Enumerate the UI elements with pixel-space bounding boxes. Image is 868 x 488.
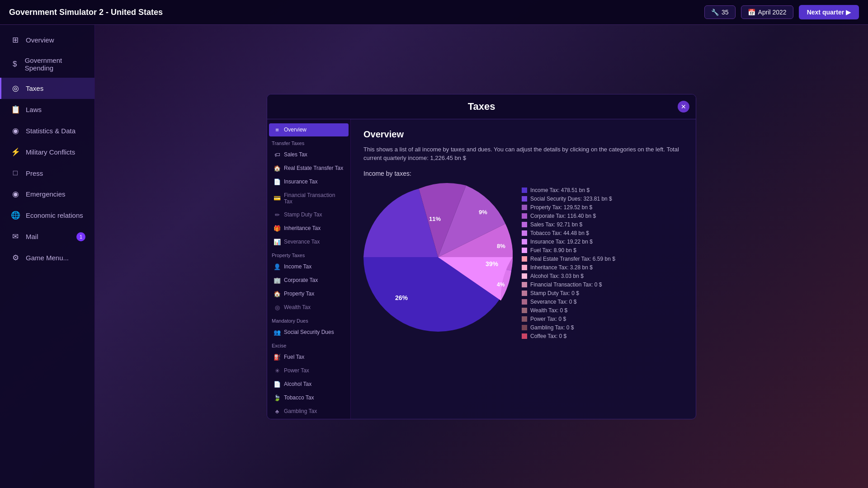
legend-real-estate-tax: Real Estate Transfer Tax: 6.59 bn $ xyxy=(522,256,615,262)
real-estate-transfer-tax-item[interactable]: 🏠 Real Estate Transfer Tax xyxy=(269,162,349,175)
sidebar-item-press[interactable]: □ Press xyxy=(0,163,94,183)
overview-tab[interactable]: ≡ Overview xyxy=(269,123,349,136)
sidebar-label-military: Military Conflicts xyxy=(26,148,75,156)
legend-wealth-tax: Wealth Tax: 0 $ xyxy=(522,307,615,314)
stamp-duty-icon: ✏ xyxy=(274,211,281,218)
legend-label-tobacco: Tobacco Tax: 44.48 bn $ xyxy=(530,230,589,236)
overview-icon: ⊞ xyxy=(10,35,20,45)
sidebar-item-overview[interactable]: ⊞ Overview xyxy=(0,29,94,51)
fuel-tax-item[interactable]: ⛽ Fuel Tax xyxy=(269,351,349,364)
topbar-right: 🔧 35 📅 April 2022 Next quarter ▶ xyxy=(704,5,859,19)
legend-gambling-tax: Gambling Tax: 0 $ xyxy=(522,324,615,331)
sidebar-item-game-menu[interactable]: ⚙ Game Menu... xyxy=(0,247,94,268)
legend-dot-financial xyxy=(522,282,527,287)
game-menu-icon: ⚙ xyxy=(10,253,20,263)
corporate-tax-item[interactable]: 🏢 Corporate Tax xyxy=(269,274,349,287)
power-tax-item[interactable]: ✳ Power Tax xyxy=(269,364,349,377)
fuel-tax-icon: ⛽ xyxy=(274,354,281,361)
financial-transaction-tax-item[interactable]: 💳 Financial Transaction Tax xyxy=(269,189,349,208)
pie-label-9: 9% xyxy=(479,209,487,216)
sidebar-label-spending: Government Spending xyxy=(25,56,85,72)
legend-dot-tobacco xyxy=(522,230,527,236)
legend-dot-alcohol xyxy=(522,273,527,279)
legend-dot-gambling xyxy=(522,325,527,330)
legend-label-income: Income Tax: 478.51 bn $ xyxy=(530,187,590,193)
spending-icon: $ xyxy=(10,60,19,69)
legend-corporate-tax: Corporate Tax: 116.40 bn $ xyxy=(522,213,615,219)
legend-label-property: Property Tax: 129.52 bn $ xyxy=(530,204,592,211)
issues-count: 35 xyxy=(722,9,729,16)
pie-label-11: 11% xyxy=(429,216,441,222)
severance-tax-item[interactable]: 📊 Severance Tax xyxy=(269,235,349,249)
income-by-taxes-label: Income by taxes: xyxy=(363,170,683,177)
social-security-item[interactable]: 👥 Social Security Dues xyxy=(269,326,349,339)
real-estate-icon: 🏠 xyxy=(274,165,281,172)
modal-title: Taxes xyxy=(468,101,495,112)
sidebar-label-emergencies: Emergencies xyxy=(26,190,66,198)
severance-icon: 📊 xyxy=(274,239,281,245)
sidebar: ⊞ Overview $ Government Spending ◎ Taxes… xyxy=(0,25,95,488)
sidebar-item-economic[interactable]: 🌐 Economic relations xyxy=(0,205,94,226)
wealth-tax-item[interactable]: ◎ Wealth Tax xyxy=(269,301,349,314)
economic-icon: 🌐 xyxy=(10,211,20,220)
legend-property-tax: Property Tax: 129.52 bn $ xyxy=(522,204,615,211)
topbar: Government Simulator 2 - United States 🔧… xyxy=(0,0,868,25)
sidebar-item-military[interactable]: ⚡ Military Conflicts xyxy=(0,141,94,163)
transfer-taxes-label: Transfer Taxes xyxy=(267,137,350,148)
taxes-modal: Taxes ✕ ≡ Overview Transfer Taxes 🏷 Sale… xyxy=(267,94,696,419)
pie-legend: Income Tax: 478.51 bn $ Social Security … xyxy=(522,183,615,339)
legend-label-inheritance: Inheritance Tax: 3.28 bn $ xyxy=(530,264,593,271)
wealth-tax-label: Wealth Tax xyxy=(284,304,311,310)
legend-dot-power xyxy=(522,316,527,322)
emergencies-icon: ◉ xyxy=(10,189,20,199)
property-taxes-label: Property Taxes xyxy=(267,249,350,260)
sidebar-label-laws: Laws xyxy=(26,106,42,113)
income-tax-label: Income Tax xyxy=(284,263,311,270)
stamp-duty-tax-item[interactable]: ✏ Stamp Duty Tax xyxy=(269,208,349,221)
sidebar-item-emergencies[interactable]: ◉ Emergencies xyxy=(0,183,94,205)
overview-section-title: Overview xyxy=(363,129,683,140)
coffee-tax-item[interactable]: ☕ Coffee Tax xyxy=(269,418,349,419)
wrench-icon: 🔧 xyxy=(711,9,719,16)
legend-fuel-tax: Fuel Tax: 8.90 bn $ xyxy=(522,247,615,253)
sidebar-label-statistics: Statistics & Data xyxy=(26,127,75,135)
insurance-tax-item[interactable]: 📄 Insurance Tax xyxy=(269,175,349,188)
sidebar-label-taxes: Taxes xyxy=(26,84,43,92)
sidebar-item-government-spending[interactable]: $ Government Spending xyxy=(0,51,94,78)
next-quarter-button[interactable]: Next quarter ▶ xyxy=(799,5,859,19)
legend-label-fuel: Fuel Tax: 8.90 bn $ xyxy=(530,247,576,253)
income-tax-item[interactable]: 👤 Income Tax xyxy=(269,260,349,273)
sidebar-item-statistics[interactable]: ◉ Statistics & Data xyxy=(0,120,94,141)
legend-dot-property xyxy=(522,205,527,210)
overview-tab-label: Overview xyxy=(284,127,307,133)
financial-transaction-label: Financial Transaction Tax xyxy=(284,192,344,205)
alcohol-tax-item[interactable]: 📄 Alcohol Tax xyxy=(269,378,349,391)
modal-close-button[interactable]: ✕ xyxy=(678,101,689,113)
sidebar-label-economic: Economic relations xyxy=(26,211,83,219)
military-icon: ⚡ xyxy=(10,147,20,157)
real-estate-transfer-label: Real Estate Transfer Tax xyxy=(284,165,343,171)
pie-chart-container: 39% 26% 11% 9% 8% 4% xyxy=(363,183,513,332)
legend-dot-real-estate xyxy=(522,256,527,262)
sales-tax-item[interactable]: 🏷 Sales Tax xyxy=(269,148,349,161)
gambling-tax-icon: ♣ xyxy=(274,408,281,415)
sidebar-item-mail[interactable]: ✉ Mail 1 xyxy=(0,226,94,247)
mail-badge: 1 xyxy=(76,232,85,241)
mandatory-dues-label: Mandatory Dues xyxy=(267,314,350,325)
alcohol-tax-label: Alcohol Tax xyxy=(284,381,311,387)
gambling-tax-item[interactable]: ♣ Gambling Tax xyxy=(269,405,349,418)
legend-dot-ss xyxy=(522,196,527,202)
tobacco-tax-item[interactable]: 🍃 Tobacco Tax xyxy=(269,391,349,404)
sidebar-item-laws[interactable]: 📋 Laws xyxy=(0,99,94,120)
date-badge: 📅 April 2022 xyxy=(741,5,793,19)
tobacco-tax-label: Tobacco Tax xyxy=(284,394,314,401)
chart-area: 39% 26% 11% 9% 8% 4% Income Tax: 478.51 … xyxy=(363,183,683,339)
fuel-tax-label: Fuel Tax xyxy=(284,354,304,360)
legend-dot-severance xyxy=(522,299,527,305)
modal-header: Taxes ✕ xyxy=(267,94,696,119)
legend-severance-tax: Severance Tax: 0 $ xyxy=(522,299,615,305)
sidebar-item-taxes[interactable]: ◎ Taxes xyxy=(0,78,94,99)
inheritance-tax-item[interactable]: 🎁 Inheritance Tax xyxy=(269,222,349,235)
property-tax-item[interactable]: 🏠 Property Tax xyxy=(269,287,349,300)
legend-label-wealth: Wealth Tax: 0 $ xyxy=(530,307,567,314)
